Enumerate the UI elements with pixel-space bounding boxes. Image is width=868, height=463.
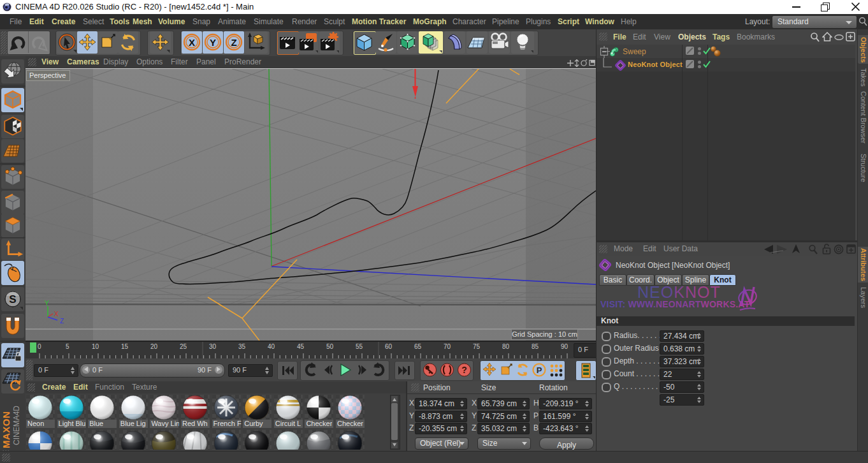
svg-text:P: P: [537, 365, 542, 375]
svg-text:35: 35: [238, 343, 246, 350]
svg-text:Y: Y: [210, 37, 216, 48]
svg-text:85: 85: [532, 343, 539, 350]
svg-text:30: 30: [209, 343, 217, 350]
svg-text:Y: Y: [45, 300, 49, 307]
svg-text:80: 80: [502, 343, 510, 350]
svg-text:25: 25: [180, 343, 187, 350]
svg-text:Z: Z: [60, 318, 64, 325]
svg-text:15: 15: [121, 343, 129, 350]
svg-text:40: 40: [268, 343, 275, 350]
svg-text:Z: Z: [231, 37, 236, 48]
svg-text:S: S: [9, 293, 16, 305]
svg-text:70: 70: [444, 343, 451, 350]
svg-text:90: 90: [561, 343, 568, 350]
svg-text:60: 60: [385, 343, 393, 350]
svg-text:X: X: [189, 37, 195, 48]
svg-text:20: 20: [150, 343, 158, 350]
svg-text:?: ?: [461, 365, 467, 375]
svg-text:75: 75: [473, 343, 481, 350]
svg-text:50: 50: [326, 343, 334, 350]
svg-text:55: 55: [356, 343, 363, 350]
svg-text:45: 45: [297, 343, 305, 350]
svg-text:10: 10: [92, 343, 99, 350]
svg-text:X: X: [54, 311, 59, 318]
svg-text:65: 65: [414, 343, 422, 350]
svg-text:5: 5: [66, 343, 69, 350]
svg-text:0: 0: [38, 343, 41, 350]
